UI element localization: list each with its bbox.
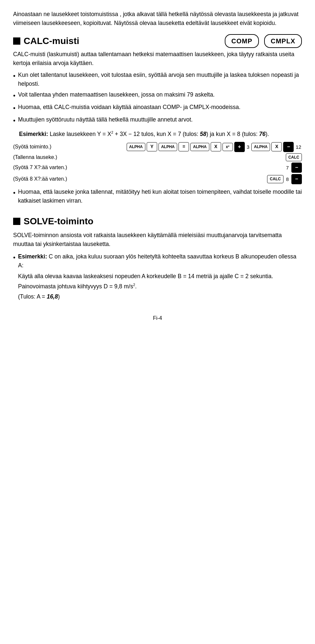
key-x2[interactable]: x² (222, 143, 233, 151)
calc-muisti-body: CALC-muisti (laskumuisti) auttaa tallent… (13, 50, 302, 205)
bullet-item-1: • Kun olet tallentanut lausekkeen, voit … (13, 71, 302, 88)
key-num-12: 12 (296, 143, 301, 151)
bullet-text-4: Muuttujien syöttöruutu näyttää tällä het… (18, 115, 193, 124)
key-minus-2[interactable]: − (291, 163, 302, 173)
solve-bullets: • Esimerkki: C on aika, joka kuluu suora… (13, 252, 302, 301)
tallenna-row: (Tallenna lauseke.) CALC (13, 153, 302, 162)
solve-intro: SOLVE-toiminnon ansiosta voit ratkaista … (13, 231, 302, 249)
bullet-item-3: • Huomaa, että CALC-muistia voidaan käyt… (13, 103, 302, 113)
key-row-toiminto-keys: ALPHA Y ALPHA = ALPHA X x² + 3 ALPHA X −… (127, 142, 302, 152)
comp-badge: COMP (225, 34, 259, 48)
bullet-dot-3: • (13, 103, 15, 113)
solve-bullet-dot-1: • (13, 253, 15, 263)
key-x-1[interactable]: X (211, 142, 221, 151)
solve-header: SOLVE-toiminto (13, 214, 302, 228)
mode-badges: COMP CMPLX (225, 34, 302, 48)
key-alpha-1[interactable]: ALPHA (127, 143, 145, 151)
bullet-dot-5: • (13, 188, 15, 198)
key-eq-1[interactable]: = (178, 142, 189, 151)
key-calc-2[interactable]: CALC (267, 175, 283, 183)
solve-tulos: (Tulos: A = 16,8) (18, 292, 302, 301)
example-block-1: Esimerkki: Laske lausekkeen Y = X2 + 3X … (13, 130, 302, 139)
bullet-text-2: Voit tallentaa yhden matemaattisen lause… (18, 90, 215, 99)
num-7: 7 (286, 164, 289, 171)
syota-toiminto-label: (Syötä toiminto.) (13, 143, 51, 151)
solve-tulos-value: 16,8 (47, 293, 58, 300)
key-alpha-4[interactable]: ALPHA (251, 143, 270, 151)
solve-paino: Painovoimasta johtuva kiihtyvyys D = 9,8… (18, 282, 302, 291)
syota-8-keys: CALC 8 − (267, 174, 302, 184)
example-line-1: Esimerkki: Laske lausekkeen Y = X2 + 3X … (19, 130, 302, 139)
syota-toiminto-row: (Syötä toiminto.) ALPHA Y ALPHA = ALPHA … (13, 142, 302, 152)
syota-7-keys: 7 − (286, 163, 302, 173)
tallenna-label: (Tallenna lauseke.) (13, 153, 57, 162)
key-minus-3[interactable]: − (291, 174, 302, 184)
key-minus[interactable]: − (283, 142, 294, 152)
key-num-3: 3 (247, 143, 249, 151)
solve-icon (13, 218, 20, 225)
cmplx-badge: CMPLX (264, 34, 302, 48)
page-footer: Fi-4 (13, 314, 302, 322)
num-8: 8 (286, 175, 289, 183)
example-label-1: Esimerkki: (19, 131, 48, 137)
solve-example-content: Esimerkki: C on aika, joka kuluu suoraan… (18, 252, 302, 301)
example-result-2: 76 (259, 131, 265, 137)
page-number: Fi-4 (153, 315, 162, 321)
key-plus[interactable]: + (234, 142, 245, 152)
solve-example-line: Esimerkki: C on aika, joka kuluu suoraan… (18, 252, 302, 270)
syota-8-row: (Syötä 8 X?:ää varten.) CALC 8 − (13, 174, 302, 184)
bullet-dot-1: • (13, 71, 15, 81)
solve-kayta: Käytä alla olevaa kaavaa laskeaksesi nop… (18, 272, 302, 281)
syota-7-row: (Syötä 7 X?:ää varten.) 7 − (13, 163, 302, 173)
key-alpha-3[interactable]: ALPHA (190, 143, 209, 151)
key-calc-1[interactable]: CALC (286, 153, 302, 162)
bullet-dot-4: • (13, 116, 15, 126)
solve-title: SOLVE-toiminto (24, 214, 94, 228)
calc-muisti-bullets: • Kun olet tallentanut lausekkeen, voit … (13, 71, 302, 126)
bullet-dot-2: • (13, 91, 15, 101)
solve-bullet-1: • Esimerkki: C on aika, joka kuluu suora… (13, 252, 302, 301)
key-alpha-2[interactable]: ALPHA (158, 143, 177, 151)
example-result-1: 58 (200, 131, 206, 137)
syota-7-label: (Syötä 7 X?:ää varten.) (13, 164, 67, 172)
key-x-2[interactable]: X (271, 142, 282, 151)
bullet-item-4: • Muuttujien syöttöruutu näyttää tällä h… (13, 115, 302, 126)
calc-muisti-header-row: CALC-muisti COMP CMPLX (13, 34, 302, 48)
tallenna-keys: CALC (286, 153, 302, 162)
intro-paragraph: Ainoastaan ne lausekkeet toistomuistissa… (13, 10, 302, 28)
solve-section: SOLVE-toiminto SOLVE-toiminnon ansiosta … (13, 214, 302, 301)
solve-example-label: Esimerkki: (18, 253, 47, 260)
key-y[interactable]: Y (147, 142, 157, 151)
calc-muisti-title: CALC-muisti (13, 34, 79, 48)
bullet-list-2: • Huomaa, että lauseke jonka tallennat, … (13, 188, 302, 205)
key-row-toiminto: (Syötä toiminto.) ALPHA Y ALPHA = ALPHA … (13, 142, 302, 152)
bullet-text-1: Kun olet tallentanut lausekkeen, voit tu… (18, 71, 302, 88)
calc-muisti-intro: CALC-muisti (laskumuisti) auttaa tallent… (13, 50, 302, 68)
solve-body: SOLVE-toiminnon ansiosta voit ratkaista … (13, 231, 302, 301)
bullet-text-5: Huomaa, että lauseke jonka tallennat, mi… (18, 188, 302, 205)
bullet-item-5: • Huomaa, että lauseke jonka tallennat, … (13, 188, 302, 205)
calc-muisti-icon (13, 37, 20, 45)
syota-8-label: (Syötä 8 X?:ää varten.) (13, 175, 67, 183)
bullet-item-2: • Voit tallentaa yhden matemaattisen lau… (13, 90, 302, 101)
bullet-text-3: Huomaa, että CALC-muistia voidaan käyttä… (18, 103, 241, 112)
